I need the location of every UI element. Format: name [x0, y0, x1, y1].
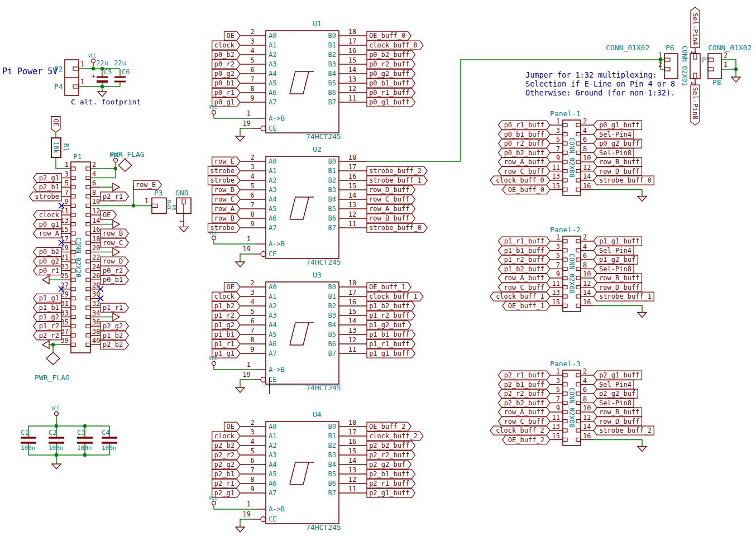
- global-label-text-p0-r1[interactable]: p0_r1: [214, 89, 235, 97]
- global-label-text-oe-buff-1[interactable]: OE_buff_1: [508, 302, 544, 310]
- vcc-icon[interactable]: [212, 111, 216, 114]
- gnd-symbol[interactable]: [113, 183, 119, 191]
- global-label-text-oe[interactable]: OE: [227, 32, 235, 40]
- wire[interactable]: [240, 519, 252, 527]
- global-label-text-clock[interactable]: clock: [214, 293, 235, 300]
- global-label-text-p1-g1-buff[interactable]: p1_g1_buff: [369, 350, 409, 357]
- global-label-text-row-a-buff[interactable]: row_A_buff: [504, 274, 544, 282]
- pwr-flag-icon[interactable]: [118, 159, 132, 171]
- global-label-text-oe-buff-2[interactable]: OE_buff_2: [508, 436, 544, 444]
- gnd-symbol[interactable]: [236, 136, 245, 141]
- global-label-text-p2-g1-buff[interactable]: p2_g1_buff: [369, 489, 409, 497]
- global-label-text-sel-pin4[interactable]: Sel-Pin4: [599, 381, 631, 389]
- global-label-text-oe-buff-2[interactable]: OE_buff_2: [369, 423, 405, 430]
- global-label-text-p0-b2[interactable]: p0_b2: [214, 51, 235, 59]
- gnd-symbol[interactable]: [731, 77, 740, 82]
- wire[interactable]: [240, 254, 252, 262]
- gnd-symbol[interactable]: [638, 197, 647, 202]
- vcc-icon[interactable]: [212, 362, 216, 366]
- wire[interactable]: [594, 306, 642, 313]
- global-label-text-p1-b1[interactable]: p1_b1: [39, 304, 59, 312]
- global-label-text-strobe[interactable]: strobe: [35, 193, 59, 200]
- gnd-symbol[interactable]: [179, 227, 188, 232]
- gnd-symbol[interactable]: [98, 92, 107, 97]
- global-label-text-p1-b2-buff[interactable]: p1_b2_buff: [369, 302, 409, 310]
- vcc-icon[interactable]: [114, 159, 118, 162]
- global-label-text-p2-r2[interactable]: p2_r2: [214, 451, 235, 459]
- connector-p8[interactable]: [708, 54, 721, 79]
- global-label-text-row-a[interactable]: row_A: [39, 229, 60, 237]
- vcc-icon[interactable]: [212, 236, 216, 240]
- vcc-icon[interactable]: [92, 59, 95, 63]
- schematic-canvas[interactable]: Pi Power 5VP2P411VCC+22uC522uC6C alt. fo…: [0, 0, 756, 541]
- global-label-text-p2-r1[interactable]: p2_r1: [214, 480, 235, 487]
- global-label-text-row-b[interactable]: row_B: [103, 229, 123, 237]
- wire[interactable]: [240, 380, 252, 387]
- global-label-text-p2-g1[interactable]: p2_g1: [214, 489, 235, 497]
- global-label-text-p0-g1[interactable]: p0_g1: [39, 221, 59, 228]
- global-label-text-row-d-buff[interactable]: row_D_buff: [599, 167, 639, 175]
- connector-p7[interactable]: [690, 54, 700, 79]
- gnd-symbol[interactable]: [42, 341, 49, 348]
- global-label-text-p2-r2-buff[interactable]: p2_r2_buff: [369, 451, 409, 459]
- global-label-text-p0-g1[interactable]: p0_g1: [214, 98, 235, 106]
- global-label-text-p0-b1-buff[interactable]: p0_b1_buff: [369, 79, 409, 87]
- gnd-symbol[interactable]: [638, 313, 647, 318]
- global-label-text-row-a-buff[interactable]: row_A_buff: [504, 158, 544, 166]
- global-label-text-p1-b1[interactable]: p1_b1: [214, 331, 235, 338]
- global-label-text-strobe[interactable]: strobe: [210, 167, 235, 175]
- global-label-text-p1-r2-buff[interactable]: p1_r2_buff: [369, 312, 409, 319]
- gnd-symbol[interactable]: [113, 248, 119, 256]
- global-label-text-sel-pin8[interactable]: Sel-Pin8: [599, 265, 631, 273]
- buffer-glyph-icon[interactable]: [290, 323, 314, 345]
- global-label-text-p2-r2-buff[interactable]: p2_r2_buff: [504, 390, 544, 398]
- global-label-text-p1-r1-buff[interactable]: p1_r1_buff: [504, 237, 544, 245]
- global-label-text-p1-b1-buff[interactable]: p1_b1_buff: [504, 247, 544, 255]
- global-label-text-p1-b2-buff[interactable]: p1_b2_buff: [504, 265, 544, 273]
- global-label-text-oe-buff-1[interactable]: OE_buff_1: [369, 283, 405, 291]
- global-label-text-p1-g1-buff[interactable]: p1_g1_buff: [599, 237, 639, 245]
- global-label-text-p2-g2[interactable]: p2_g2: [214, 461, 235, 468]
- global-label-text-row-b[interactable]: row_B: [214, 214, 235, 222]
- global-label-text-p2-r1-buff[interactable]: p2_r1_buff: [504, 371, 544, 379]
- global-label-text-p2-b2[interactable]: p2_b2: [214, 442, 235, 449]
- global-label-text-sel-pin8[interactable]: Sel-Pin8: [599, 399, 631, 407]
- global-label-text-p1-r2[interactable]: p1_r2: [214, 312, 235, 319]
- global-label-text-sel-pin4[interactable]: Sel-Pin4: [691, 13, 699, 45]
- global-label-text-p0-b2-buff[interactable]: p0_b2_buff: [369, 51, 409, 59]
- global-label-text-clock-buff-1[interactable]: clock_buff_1: [496, 293, 544, 300]
- global-label-text-p2-g2[interactable]: p2_g2: [103, 322, 123, 330]
- vcc-icon[interactable]: [212, 501, 216, 505]
- vcc-icon[interactable]: [55, 412, 59, 416]
- global-label-text-p1-b2[interactable]: p1_b2: [103, 332, 123, 339]
- global-label-text-row-e[interactable]: row_E: [214, 157, 235, 165]
- global-label-text-p0-r2[interactable]: p0_r2: [214, 60, 235, 68]
- global-label-text-p1-g2-buf[interactable]: p1_g2_buf: [599, 256, 635, 264]
- global-label-text-p2-g2-buf[interactable]: p2_g2_buf: [369, 461, 405, 468]
- global-label-text-clock-buff-0[interactable]: clock_buff_0: [369, 41, 418, 49]
- global-label-text-strobe[interactable]: strobe: [210, 176, 235, 184]
- global-label-text-p2-g1-buff[interactable]: p2_g1_buff: [599, 371, 639, 379]
- wire[interactable]: [240, 128, 252, 136]
- gnd-symbol[interactable]: [42, 276, 49, 284]
- gnd-symbol[interactable]: [236, 527, 245, 532]
- global-label-text-p2-b1-buff[interactable]: p2_b1_buff: [504, 381, 544, 389]
- gnd-symbol[interactable]: [638, 447, 647, 452]
- global-label-text-strobe-buff-2[interactable]: strobe_buff_2: [369, 167, 422, 175]
- global-label-text-oe[interactable]: OE: [103, 211, 111, 219]
- global-label-text-p1-r1-buff[interactable]: p1_r1_buff: [369, 340, 409, 348]
- global-label-text-oe[interactable]: OE: [52, 119, 60, 127]
- connector-p6[interactable]: [664, 54, 678, 79]
- connector-p3[interactable]: [152, 198, 166, 213]
- global-label-text-clock-buff-2[interactable]: clock_buff_2: [496, 427, 544, 434]
- global-label-text-row-d-buff[interactable]: row_D_buff: [369, 186, 409, 194]
- buffer-glyph-icon[interactable]: [290, 71, 314, 94]
- global-label-text-row-d-buff[interactable]: row_D_buff: [599, 284, 639, 291]
- global-label-text-clock-buff-2[interactable]: clock_buff_2: [369, 432, 418, 440]
- global-label-text-row-c-buff[interactable]: row_C_buff: [504, 167, 544, 175]
- global-label-text-row-d-buff[interactable]: row_D_buff: [599, 418, 639, 425]
- global-label-text-oe-buff-0[interactable]: OE_buff_0: [508, 186, 544, 194]
- global-label-text-p0-r2[interactable]: p0_r2: [103, 267, 123, 275]
- buffer-glyph-icon[interactable]: [290, 462, 314, 485]
- global-label-text-row-d[interactable]: row_D: [103, 257, 123, 265]
